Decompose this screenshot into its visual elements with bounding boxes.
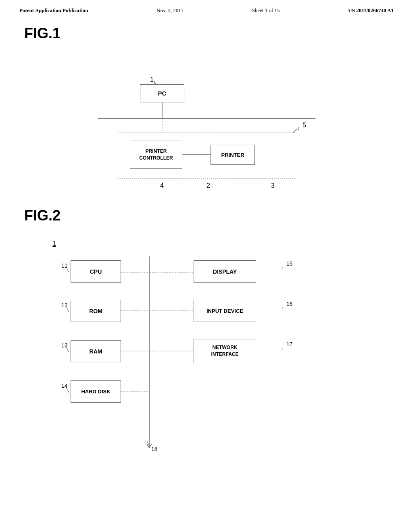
main-content: FIG.1 1 / PC 5 / PRINTER CONTROLL <box>0 17 413 470</box>
fig1-pc-box: PC <box>140 84 184 102</box>
fig1-printer-controller-box: PRINTER CONTROLLER <box>130 141 182 169</box>
fig2-curve-15: / <box>282 265 283 272</box>
fig1-label-2: 2 <box>206 182 210 189</box>
fig2-label-17: 17 <box>286 341 293 347</box>
header-sheet: Sheet 1 of 15 <box>252 7 280 14</box>
fig1-label-3: 3 <box>271 182 275 189</box>
fig2-label-1: 1 <box>52 240 56 247</box>
fig2-curve-11: ╲ <box>66 266 69 273</box>
fig2-curve-12: ╲ <box>66 306 69 312</box>
fig2-input-device-box: INPUT DEVICE <box>194 300 256 322</box>
fig2-rom-box: ROM <box>71 300 121 322</box>
fig1-label-4: 4 <box>160 182 164 189</box>
fig2-diagram: 1 11 ╲ CPU 1 <box>48 236 331 454</box>
fig2-label-18: 18 <box>151 446 158 452</box>
fig1-diagram: 1 / PC 5 / PRINTER CONTROLLER PRINTER 4 … <box>65 54 348 191</box>
fig2-curve-14: ╲ <box>66 387 69 393</box>
fig2-label-16: 16 <box>286 301 293 307</box>
fig2-display-box: DISPLAY <box>194 260 256 283</box>
fig1-label-5: 5 <box>302 122 306 129</box>
header-patent-number: US 2011/0266740 A1 <box>348 7 394 14</box>
header-date: Nov. 3, 2011 <box>156 7 184 14</box>
fig2-curve-13: ╲ <box>66 346 69 353</box>
fig2-network-interface-box: NETWORK INTERFACE <box>194 339 256 363</box>
header-publication-label: Patent Application Publication <box>19 7 88 14</box>
fig2-curve-17: / <box>282 346 283 352</box>
fig2-label: FIG.2 <box>24 207 389 224</box>
fig2-ram-box: RAM <box>71 340 121 362</box>
fig2-cpu-box: CPU <box>71 260 121 283</box>
fig1-label: FIG.1 <box>24 25 389 42</box>
fig1-arrow-5: / <box>298 126 299 132</box>
fig1-printer-box: PRINTER <box>211 145 255 165</box>
fig2-label-15: 15 <box>286 260 293 267</box>
fig2-arrow-18-curve: ╲ <box>147 441 150 447</box>
fig2-hard-disk-box: HARD DISK <box>71 380 121 403</box>
page-header: Patent Application Publication Nov. 3, 2… <box>0 0 413 17</box>
fig2-curve-16: / <box>282 305 283 312</box>
